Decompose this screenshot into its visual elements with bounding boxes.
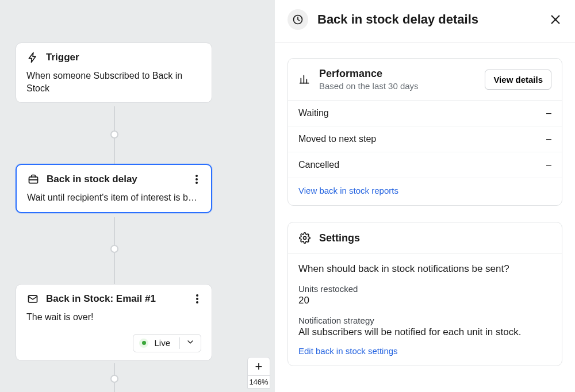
lightning-icon: [26, 51, 39, 64]
units-restocked-value: 20: [298, 295, 551, 306]
stat-row-cancelled: Cancelled –: [288, 152, 562, 178]
clock-icon: [288, 9, 308, 30]
envelope-icon: [26, 293, 39, 305]
connector: [114, 253, 115, 284]
node-email[interactable]: Back in Stock: Email #1 The wait is over…: [16, 284, 212, 361]
close-button[interactable]: [549, 13, 562, 26]
stat-label: Moved to next step: [298, 134, 376, 144]
connector: [114, 363, 115, 375]
node-trigger[interactable]: Trigger When someone Subscribed to Back …: [16, 43, 212, 103]
node-trigger-title: Trigger: [46, 52, 79, 63]
svg-point-3: [195, 182, 198, 184]
svg-point-5: [196, 294, 198, 297]
connector: [114, 217, 115, 245]
performance-title: Performance: [319, 68, 477, 80]
stat-value: –: [546, 160, 551, 170]
connector: [114, 106, 115, 130]
stat-label: Cancelled: [298, 160, 339, 170]
node-delay-menu-button[interactable]: [190, 173, 203, 186]
panel-header: Back in stock delay details: [275, 0, 575, 43]
node-email-title: Back in Stock: Email #1: [46, 293, 156, 305]
panel-title: Back in stock delay details: [317, 12, 539, 27]
settings-card: Settings When should back in stock notif…: [288, 222, 562, 366]
svg-point-7: [196, 301, 198, 303]
node-delay[interactable]: Back in stock delay Wait until recipient…: [16, 164, 212, 213]
svg-point-6: [196, 298, 198, 300]
stat-label: Waiting: [298, 108, 329, 118]
status-indicator-icon: [139, 339, 148, 348]
connector-dot[interactable]: [110, 375, 118, 383]
view-reports-link[interactable]: View back in stock reports: [298, 186, 398, 195]
connector-dot[interactable]: [110, 130, 118, 139]
status-dropdown[interactable]: Live: [133, 334, 201, 352]
details-panel: Back in stock delay details Performance …: [275, 0, 575, 392]
node-delay-desc: Wait until recipient's item of interest …: [27, 191, 201, 204]
node-email-menu-button[interactable]: [191, 293, 204, 305]
flow-canvas[interactable]: Trigger When someone Subscribed to Back …: [0, 0, 275, 392]
connector-dot[interactable]: [110, 245, 118, 253]
node-email-desc: The wait is over!: [26, 311, 201, 324]
performance-card: Performance Based on the last 30 days Vi…: [288, 58, 562, 206]
notification-strategy-label: Notification strategy: [298, 316, 551, 325]
connector: [114, 383, 115, 392]
connector: [114, 139, 115, 164]
stat-row-moved: Moved to next step –: [288, 126, 562, 152]
zoom-in-button[interactable]: +: [248, 358, 270, 376]
svg-point-1: [195, 175, 198, 177]
performance-subtitle: Based on the last 30 days: [319, 81, 477, 91]
briefcase-icon: [27, 173, 40, 186]
stat-row-waiting: Waiting –: [288, 101, 562, 126]
edit-settings-link[interactable]: Edit back in stock settings: [298, 346, 398, 356]
plus-icon: +: [255, 359, 263, 374]
bar-chart-icon: [298, 73, 311, 86]
zoom-control: + 146%: [247, 357, 270, 389]
notification-strategy-value: All subscribers will be notified for eac…: [298, 326, 551, 338]
chevron-down-icon: [186, 337, 195, 348]
stat-value: –: [546, 134, 551, 144]
settings-title: Settings: [319, 232, 551, 244]
settings-question: When should back in stock notifications …: [298, 263, 551, 275]
node-trigger-desc: When someone Subscribed to Back in Stock: [26, 70, 201, 94]
status-label: Live: [154, 338, 170, 348]
zoom-level: 146%: [249, 376, 268, 388]
gear-icon: [298, 232, 311, 244]
node-delay-title: Back in stock delay: [47, 174, 137, 185]
units-restocked-label: Units restocked: [298, 284, 551, 294]
stat-value: –: [546, 108, 551, 118]
svg-point-2: [195, 178, 198, 180]
view-details-button[interactable]: View details: [485, 70, 551, 90]
svg-point-9: [304, 237, 306, 240]
